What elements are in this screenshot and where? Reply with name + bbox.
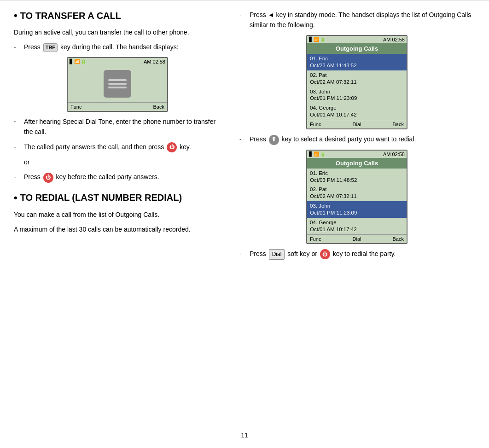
section1-title: • TO TRANSFER A CALL: [14, 10, 221, 22]
phone-graphic: [104, 70, 131, 98]
screen3-row-1: 02. Pat Oct/02 AM 07:32:11: [307, 185, 407, 201]
page-number: 11: [0, 431, 489, 439]
func-btn-1[interactable]: Func: [70, 104, 82, 110]
screen-footer-1: Func Back: [68, 102, 167, 111]
left-column: • TO TRANSFER A CALL During an active ca…: [14, 10, 235, 430]
screen2-footer: Func Dial Back: [307, 120, 407, 128]
trf-key[interactable]: TRF: [43, 43, 58, 52]
section2-intro1: You can make a call from the list of Out…: [14, 209, 221, 220]
nav-icon: ⬆: [269, 135, 279, 145]
screen3-func[interactable]: Func: [310, 236, 321, 242]
section2-intro2: A maximum of the last 30 calls can be au…: [14, 224, 221, 234]
screen2-dial[interactable]: Dial: [353, 122, 361, 127]
screen-time-3: AM 02:58: [383, 151, 405, 157]
step1-line: - Press TRF key during the call. The han…: [14, 42, 221, 52]
screen3-back[interactable]: Back: [393, 236, 404, 242]
step-left-arrow-line: - Press ◄ key in standby mode. The hands…: [239, 10, 474, 30]
handset-screen-transfer: ▊ 📶 🔋 AM 02:58 Func Back: [67, 57, 168, 112]
status-icons-3: ▊ 📶 🔋: [309, 151, 326, 157]
handset-screen-2: ▊ 📶 🔋 AM 02:58 Outgoing Calls 01. Eric O…: [306, 35, 408, 130]
status-icons-2: ▊ 📶 🔋: [309, 37, 326, 42]
status-bar-2: ▊ 📶 🔋 AM 02:58: [307, 36, 407, 43]
screen2-header: Outgoing Calls: [307, 43, 407, 54]
right-column: - Press ◄ key in standby mode. The hands…: [235, 10, 474, 430]
screen2-row-2: 03. John Oct/01 PM 11:23:09: [307, 87, 407, 104]
screen-time-1: AM 02:58: [144, 59, 165, 64]
intro-text: During an active call, you can transfer …: [14, 27, 221, 37]
dial-soft-key[interactable]: Dial: [269, 249, 285, 260]
screen2-row-1: 02. Pat Oct/02 AM 07:32:11: [307, 70, 407, 87]
screen3-row-3: 04. George Oct/01 AM 10:17:42: [307, 218, 407, 234]
step-nav-line: - Press ⬆ key to select a desired party …: [239, 134, 474, 145]
screen2-func[interactable]: Func: [310, 122, 321, 127]
step-dial-line: - Press Dial soft key or ⏻ key to redial…: [239, 249, 474, 260]
screen3-row-2: 03. John Oct/01 PM 11:23:09: [307, 201, 407, 218]
section2-title: • TO REDIAL (LAST NUMBER REDIAL): [14, 192, 221, 204]
step3-line: - The called party answers the call, and…: [14, 142, 221, 152]
screen-time-2: AM 02:58: [383, 37, 405, 42]
handset-screen-3: ▊ 📶 🔋 AM 02:58 Outgoing Calls 01. Eric O…: [306, 150, 408, 244]
status-bar-3: ▊ 📶 🔋 AM 02:58: [307, 151, 407, 158]
screen3-footer: Func Dial Back: [307, 234, 407, 243]
screen3-row-0: 01. Eric Oct/03 PM 11:48:52: [307, 169, 407, 185]
status-icons-1: ▊ 📶 🔋: [70, 59, 86, 64]
power-icon-2[interactable]: ⏻: [43, 173, 53, 183]
back-btn-1[interactable]: Back: [153, 104, 164, 110]
power-icon-dial[interactable]: ⏻: [320, 249, 330, 259]
screen3-header: Outgoing Calls: [307, 158, 407, 169]
screen3-dial[interactable]: Dial: [353, 236, 361, 242]
step2-line: - After hearing Special Dial Tone, enter…: [14, 116, 221, 137]
screen2-row-0: 01. Eric Oct/23 AM 11:48:52: [307, 54, 407, 70]
screen2-back[interactable]: Back: [393, 122, 404, 127]
power-icon-1[interactable]: ⏻: [167, 142, 177, 152]
status-bar-1: ▊ 📶 🔋 AM 02:58: [68, 58, 167, 65]
or-line: or: [14, 157, 221, 167]
phone-graphic-area: [68, 65, 167, 102]
screen2-row-3: 04. George Oct/01 AM 10:17:42: [307, 103, 407, 120]
step4-line: - Press ⏻ key before the called party an…: [14, 172, 221, 182]
